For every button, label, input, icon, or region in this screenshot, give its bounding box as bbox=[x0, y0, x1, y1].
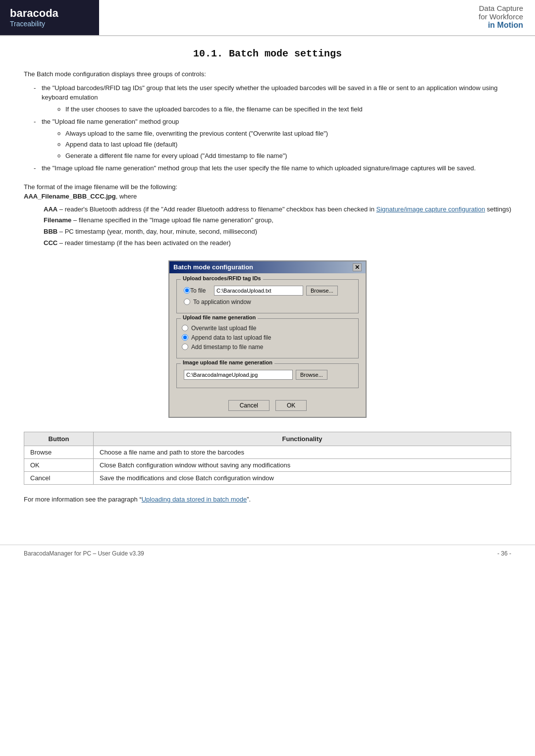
to-file-row: To file Browse... bbox=[184, 286, 353, 296]
tagline-2: for Workforce bbox=[479, 12, 523, 21]
overwrite-radio[interactable] bbox=[182, 325, 188, 331]
def-term-filename: Filename bbox=[44, 216, 71, 224]
cancel-button[interactable]: Cancel bbox=[228, 400, 269, 411]
group1-content: To file Browse... To application window bbox=[182, 286, 353, 305]
browse-button-2[interactable]: Browse... bbox=[296, 370, 327, 380]
header-taglines: Data Capture for Workforce in Motion bbox=[99, 0, 535, 35]
table-row: BrowseChoose a file name and path to sto… bbox=[24, 446, 511, 458]
def-desc-aaa2: settings) bbox=[487, 205, 511, 213]
def-term-ccc: CCC bbox=[44, 239, 57, 247]
append-label: Append data to last upload file bbox=[191, 334, 271, 341]
def-desc-filename: – filename specified in the "Image uploa… bbox=[73, 216, 273, 224]
table-cell-button: Browse bbox=[24, 446, 94, 458]
group3-legend: Image upload file name generation bbox=[181, 359, 274, 365]
main-bullet-list: the "Upload barcodes/RFID tag IDs" group… bbox=[24, 83, 511, 173]
sub-list-item: Append data to last upload file (default… bbox=[55, 140, 511, 150]
dialog-close-button[interactable]: ✕ bbox=[353, 263, 362, 271]
group3-content: Browse... bbox=[182, 370, 353, 380]
footer-note-text2: ”. bbox=[247, 496, 251, 503]
def-desc-ccc: – reader timestamp (if the has been acti… bbox=[59, 239, 231, 247]
to-app-label: To application window bbox=[193, 299, 251, 305]
group2-legend: Upload file name generation bbox=[181, 314, 258, 320]
section-title: 10.1. Batch mode settings bbox=[24, 48, 511, 59]
timestamp-label: Add timestamp to file name bbox=[191, 344, 263, 351]
logo-area: baracoda Traceability bbox=[0, 0, 99, 35]
definition-list: AAA – reader's Bluetooth address (if the… bbox=[44, 204, 511, 249]
tagline-1: Data Capture bbox=[479, 4, 523, 12]
footer-right: - 36 - bbox=[497, 550, 511, 557]
list-item: the "Upload file name generation" method… bbox=[34, 117, 511, 160]
table-header-row: Button Functionality bbox=[24, 432, 511, 446]
footer-left: BaracodaManager for PC – User Guide v3.3… bbox=[24, 550, 144, 557]
def-desc-bbb: – PC timestamp (year, month, day, hour, … bbox=[59, 228, 257, 235]
functionality-table: Button Functionality BrowseChoose a file… bbox=[24, 432, 511, 485]
table-cell-button: Cancel bbox=[24, 471, 94, 484]
tagline-3: in Motion bbox=[488, 21, 523, 30]
page-header: baracoda Traceability Data Capture for W… bbox=[0, 0, 535, 36]
table-body: BrowseChoose a file name and path to sto… bbox=[24, 446, 511, 484]
image-file-input[interactable] bbox=[184, 370, 293, 380]
def-desc-aaa: – reader's Bluetooth address (if the "Ad… bbox=[59, 205, 376, 213]
overwrite-label: Overwrite last upload file bbox=[191, 325, 256, 332]
table-row: OKClose Batch configuration window witho… bbox=[24, 458, 511, 471]
dialog-footer: Cancel OK bbox=[169, 397, 366, 417]
batch-config-dialog: Batch mode configuration ✕ Upload barcod… bbox=[168, 260, 367, 418]
def-item-ccc: CCC – reader timestamp (if the has been … bbox=[44, 238, 511, 249]
def-term-aaa: AAA bbox=[44, 205, 57, 213]
sub-list-item: Generate a different file name for every… bbox=[55, 151, 511, 161]
image-file-row: Browse... bbox=[184, 370, 353, 380]
bullet-text: the "Upload file name generation" method… bbox=[42, 118, 179, 125]
bullet-text: the "Upload barcodes/RFID tag IDs" group… bbox=[42, 84, 497, 101]
logo-brand: baracoda bbox=[10, 7, 58, 20]
append-radio[interactable] bbox=[182, 334, 188, 341]
main-content: 10.1. Batch mode settings The Batch mode… bbox=[0, 36, 535, 544]
footer-note: For more information see the paragraph “… bbox=[24, 495, 511, 505]
filename-suffix: , where bbox=[116, 193, 137, 200]
table-cell-button: OK bbox=[24, 458, 94, 471]
file-path-input[interactable] bbox=[214, 286, 303, 296]
format-section: The format of the image filename will be… bbox=[24, 182, 511, 202]
batch-mode-link[interactable]: Uploading data stored in batch mode bbox=[142, 496, 247, 503]
upload-filename-group: Upload file name generation Overwrite la… bbox=[176, 318, 359, 358]
browse-button-1[interactable]: Browse... bbox=[306, 286, 338, 296]
signature-config-link[interactable]: Signature/image capture configuration bbox=[376, 205, 485, 213]
group2-content: Overwrite last upload file Append data t… bbox=[182, 325, 353, 351]
format-intro: The format of the image filename will be… bbox=[24, 182, 511, 192]
overwrite-row: Overwrite last upload file bbox=[182, 325, 353, 332]
table-cell-functionality: Save the modifications and close Batch c… bbox=[94, 471, 511, 484]
filename-pattern-line: AAA_Filename_BBB_CCC.jpg, where bbox=[24, 192, 511, 202]
table-cell-functionality: Close Batch configuration window without… bbox=[94, 458, 511, 471]
col-header-functionality: Functionality bbox=[94, 432, 511, 446]
def-item-aaa: AAA – reader's Bluetooth address (if the… bbox=[44, 204, 511, 215]
sub-list: Always upload to the same file, overwrit… bbox=[42, 129, 511, 161]
def-term-bbb: BBB bbox=[44, 228, 57, 235]
dialog-wrapper: Batch mode configuration ✕ Upload barcod… bbox=[24, 260, 511, 418]
to-file-radio[interactable] bbox=[184, 287, 190, 294]
image-upload-group: Image upload file name generation Browse… bbox=[176, 363, 359, 388]
timestamp-row: Add timestamp to file name bbox=[182, 344, 353, 351]
page-footer: BaracodaManager for PC – User Guide v3.3… bbox=[0, 545, 535, 562]
list-item: the "Image upload file name generation" … bbox=[34, 163, 511, 173]
dialog-title: Batch mode configuration bbox=[173, 263, 253, 271]
filename-pattern: AAA_Filename_BBB_CCC.jpg bbox=[24, 193, 116, 200]
bullet-text: the "Image upload file name generation" … bbox=[42, 164, 476, 172]
def-item-filename: Filename – filename specified in the "Im… bbox=[44, 215, 511, 226]
ok-button[interactable]: OK bbox=[275, 400, 307, 411]
timestamp-radio[interactable] bbox=[182, 344, 188, 350]
upload-barcodes-group: Upload barcodes/RFID tag IDs To file Bro… bbox=[176, 279, 359, 313]
to-app-row: To application window bbox=[184, 299, 353, 305]
intro-paragraph: The Batch mode configuration displays th… bbox=[24, 69, 511, 79]
table-row: CancelSave the modifications and close B… bbox=[24, 471, 511, 484]
append-row: Append data to last upload file bbox=[182, 334, 353, 341]
table-cell-functionality: Choose a file name and path to store the… bbox=[94, 446, 511, 458]
list-item: the "Upload barcodes/RFID tag IDs" group… bbox=[34, 83, 511, 114]
dialog-titlebar: Batch mode configuration ✕ bbox=[169, 261, 366, 273]
dialog-body: Upload barcodes/RFID tag IDs To file Bro… bbox=[169, 273, 366, 397]
logo-sub: Traceability bbox=[10, 20, 58, 28]
to-app-radio[interactable] bbox=[184, 299, 190, 305]
sub-list: If the user chooses to save the uploaded… bbox=[42, 104, 511, 114]
footer-note-text: For more information see the paragraph “ bbox=[24, 496, 142, 503]
def-item-bbb: BBB – PC timestamp (year, month, day, ho… bbox=[44, 227, 511, 237]
col-header-button: Button bbox=[24, 432, 94, 446]
group1-legend: Upload barcodes/RFID tag IDs bbox=[181, 275, 263, 281]
